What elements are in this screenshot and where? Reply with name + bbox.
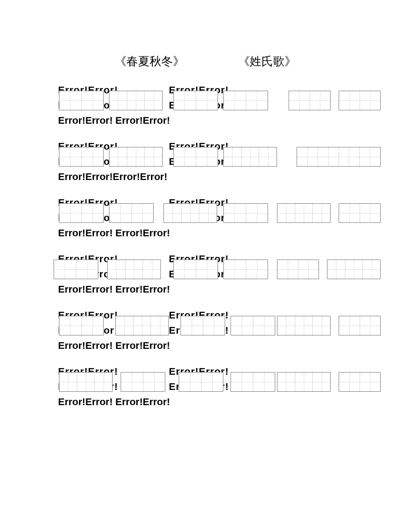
- practice-grid-box: [339, 203, 381, 223]
- right-practice-boxes: [277, 372, 381, 392]
- practice-grid-cell: [327, 260, 345, 279]
- practice-grid-cell: [310, 91, 331, 110]
- practice-grid-cell: [345, 260, 363, 279]
- right-practice-boxes: [277, 260, 381, 279]
- practice-grid-cell: [360, 316, 381, 335]
- error-text: Error!Error!: [169, 210, 267, 226]
- error-text: Error!Error!: [58, 98, 156, 113]
- error-column-left: Error!Error!Error!Error!: [58, 251, 156, 282]
- practice-grid-box: [339, 91, 381, 110]
- error-column-right: Error!Error!Error!Error!: [169, 83, 267, 113]
- error-text-bottom: Error!Error!Error!Error!: [58, 169, 393, 183]
- error-column-left: Error!Error!Error!Error!: [58, 195, 156, 226]
- error-text-bottom: Error!Error! Error!Error!: [58, 338, 393, 352]
- practice-grid-box: [277, 203, 331, 223]
- error-text: Error!Error!: [169, 139, 267, 154]
- error-column-right: Error!Error!Error!Error!: [169, 251, 267, 282]
- error-text: Error!Error!: [169, 379, 267, 394]
- section: Error!Error!Error!Error!Error!Error!Erro…: [18, 364, 393, 408]
- section: Error!Error!Error!Error!Error!Error!Erro…: [18, 195, 393, 239]
- title-right: 《姓氏歌》: [238, 54, 296, 69]
- practice-grid-cell: [360, 204, 381, 222]
- section: Error!Error!Error!Error!Error!Error!Erro…: [18, 83, 393, 126]
- right-practice-boxes: [289, 91, 381, 110]
- practice-grid-cell: [363, 260, 380, 279]
- error-column-left: Error!Error!Error!Error!: [58, 364, 156, 394]
- practice-grid-cell: [313, 316, 330, 335]
- practice-grid-cell: [295, 204, 313, 222]
- practice-grid-cell: [339, 204, 360, 222]
- practice-grid-cell: [313, 204, 330, 222]
- error-text-bottom: Error!Error! Error!Error!: [58, 282, 393, 295]
- practice-grid-box: [277, 372, 331, 392]
- practice-grid-cell: [339, 91, 360, 110]
- practice-grid-box: [289, 91, 331, 110]
- practice-grid-cell: [360, 147, 380, 166]
- practice-grid-box: [327, 260, 381, 279]
- error-text: Error!Error!: [58, 139, 156, 154]
- error-text: Error!Error!: [58, 364, 156, 379]
- practice-grid-box: [297, 147, 381, 167]
- practice-grid-cell: [313, 373, 330, 391]
- practice-grid-cell: [277, 260, 298, 279]
- practice-grid-box: [339, 316, 381, 335]
- practice-grid-cell: [339, 373, 360, 391]
- error-text: Error!Error!: [58, 195, 156, 210]
- error-text: Error!Error!: [169, 251, 267, 267]
- error-text: Error!Error!: [58, 267, 156, 282]
- practice-grid-cell: [318, 147, 339, 166]
- error-column-right: Error!Error!Error!Error!: [169, 195, 267, 226]
- error-text: Error!Error!: [169, 308, 267, 323]
- right-practice-boxes: [277, 316, 381, 335]
- error-text: Error!Error!: [169, 195, 267, 210]
- section: Error!Error!Error!Error!Error!Error!Erro…: [18, 139, 393, 183]
- practice-grid-cell: [289, 91, 310, 110]
- error-text: Error!Error!: [58, 154, 156, 169]
- practice-grid-box: [277, 260, 319, 279]
- title-row: 《春夏秋冬》 《姓氏歌》: [18, 54, 393, 69]
- section: Error!Error!Error!Error!Error!Error!Erro…: [18, 308, 393, 352]
- practice-grid-cell: [339, 147, 360, 166]
- error-text: Error!Error!: [58, 251, 156, 267]
- practice-grid-cell: [295, 373, 313, 391]
- error-column-left: Error!Error!Error!Error!: [58, 139, 156, 169]
- practice-grid-box: [277, 316, 331, 335]
- error-text: Error!Error!: [58, 210, 156, 226]
- page: 《春夏秋冬》 《姓氏歌》 Error!Error!Error!Error!Err…: [0, 0, 411, 438]
- error-text: Error!Error!: [169, 83, 267, 98]
- error-column-right: Error!Error!Error!Error!: [169, 139, 267, 169]
- practice-grid-cell: [277, 373, 295, 391]
- practice-grid-cell: [277, 204, 295, 222]
- title-left: 《春夏秋冬》: [115, 54, 185, 69]
- error-text: Error!Error!: [169, 323, 267, 338]
- error-text-bottom: Error!Error! Error!Error!: [58, 394, 393, 408]
- error-text-bottom: Error!Error! Error!Error!: [58, 113, 393, 126]
- error-column-left: Error!Error!Error!Error!: [58, 308, 156, 338]
- error-column-right: Error!Error!Error!Error!: [169, 308, 267, 338]
- error-column-right: Error!Error!Error!Error!: [169, 364, 267, 394]
- practice-grid-cell: [295, 316, 313, 335]
- error-text: Error!Error!: [169, 267, 267, 282]
- error-text: Error!Error!: [169, 154, 267, 169]
- error-text-bottom: Error!Error! Error!Error!: [58, 226, 393, 239]
- section: Error!Error!Error!Error!Error!Error!Erro…: [18, 251, 393, 295]
- error-text: Error!Error!: [169, 364, 267, 379]
- error-text: Error!Error!: [58, 308, 156, 323]
- practice-grid-box: [339, 372, 381, 392]
- error-column-left: Error!Error!Error!Error!: [58, 83, 156, 113]
- practice-grid-cell: [298, 260, 319, 279]
- right-practice-boxes: [297, 147, 381, 167]
- error-text: Error!Error!: [58, 83, 156, 98]
- error-text: Error!Error!: [58, 323, 156, 338]
- practice-grid-cell: [339, 316, 360, 335]
- practice-grid-cell: [277, 316, 295, 335]
- error-text: Error!Error!: [169, 98, 267, 113]
- sections-container: Error!Error!Error!Error!Error!Error!Erro…: [18, 83, 393, 408]
- practice-grid-cell: [360, 373, 381, 391]
- practice-grid-cell: [297, 147, 318, 166]
- right-practice-boxes: [277, 203, 381, 223]
- error-text: Error!Error!: [58, 379, 156, 394]
- practice-grid-cell: [360, 91, 381, 110]
